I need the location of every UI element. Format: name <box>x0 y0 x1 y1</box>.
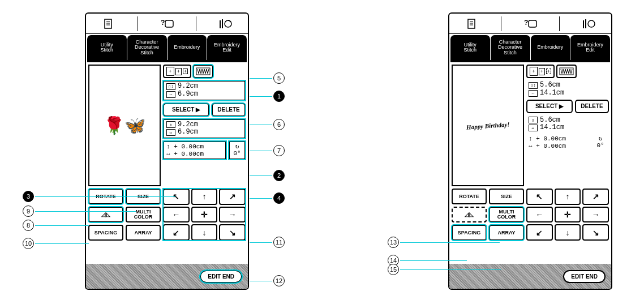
threadchange-icon[interactable] <box>208 18 242 29</box>
callout-15: 15 <box>388 264 501 275</box>
callout-8: 8 <box>23 220 89 231</box>
rotation-display: ↻ 0° <box>229 141 246 160</box>
frame-select-button[interactable]: +++ <box>163 65 191 78</box>
dpad-se[interactable]: ↘ <box>219 224 246 241</box>
dpad-se[interactable]: ↘ <box>582 224 609 241</box>
threadchange-icon[interactable] <box>572 18 606 29</box>
density-button[interactable] <box>556 65 577 78</box>
pattern-height: 9.2cm <box>178 121 198 129</box>
dpad-n[interactable]: ↑ <box>555 189 581 205</box>
offset-display: ↕ + 0.00cm ↔ + 0.00cm <box>163 141 226 160</box>
offset-h: + 0.00cm <box>174 151 204 157</box>
svg-rect-5 <box>165 20 173 27</box>
pattern-width: 6.9cm <box>178 129 198 136</box>
pattern-height-icon: ⇕ <box>529 117 538 123</box>
pattern-width-icon: ⇔ <box>529 125 538 131</box>
callout-10: 10 <box>23 238 89 249</box>
svg-text:?: ? <box>524 19 528 27</box>
editend-button[interactable]: EDIT END <box>200 270 242 283</box>
offset-display: ↕ + 0.00cm ↔ + 0.00cm <box>526 134 590 151</box>
offset-v: + 0.00cm <box>536 135 566 142</box>
dpad-ne[interactable]: ↗ <box>219 189 246 205</box>
pattern-height-icon: ⇕ <box>166 121 175 128</box>
tab-decorative[interactable]: CharacterDecorativeStitch <box>491 35 530 60</box>
svg-rect-15 <box>529 20 536 27</box>
page-icon[interactable] <box>455 18 489 29</box>
multicolor-button[interactable]: MULTICOLOR <box>489 207 524 222</box>
mode-tabs: UtilityStitch CharacterDecorativeStitch … <box>86 35 248 60</box>
dpad-ne[interactable]: ↗ <box>582 189 609 205</box>
svg-point-18 <box>588 20 595 27</box>
mirror-button[interactable]: ◿|◺ <box>452 207 487 222</box>
array-button[interactable]: ARRAY <box>126 225 161 241</box>
callout-13: 13 <box>388 237 500 248</box>
footer: EDIT END <box>86 264 248 289</box>
callout-7: 7 <box>250 145 285 156</box>
screen-left: ? UtilityStitch CharacterDecorativeStitc… <box>85 12 249 290</box>
move-dpad: ↖ ↑ ↗ ← ✛ → ↙ ↓ ↘ <box>526 189 609 241</box>
text-preview: Happy Birthday! <box>466 121 509 130</box>
delete-button[interactable]: DELETE <box>575 100 609 113</box>
dpad-w[interactable]: ← <box>163 207 190 223</box>
tab-decorative[interactable]: CharacterDecorativeStitch <box>127 35 167 60</box>
width-icon: ↔ <box>166 91 175 98</box>
rotation-display: ↻ 0° <box>592 134 609 151</box>
callout-4: 4 <box>250 192 285 204</box>
svg-rect-0 <box>105 19 111 28</box>
editend-button[interactable]: EDIT END <box>563 270 606 283</box>
pattern-dimensions: ⇕9.2cm ⇔6.9cm <box>163 119 246 139</box>
callout-2: 2 <box>250 170 285 181</box>
rotate-button[interactable]: ROTATE <box>452 189 487 204</box>
callout-9: 9 <box>23 205 136 217</box>
callout-11: 11 <box>250 237 285 248</box>
page-icon[interactable] <box>92 18 126 29</box>
tab-utility[interactable]: UtilityStitch <box>87 35 127 60</box>
size-button[interactable]: SIZE <box>489 189 524 204</box>
dpad-s[interactable]: ↓ <box>555 224 581 241</box>
pattern-dimensions: ⇕5.6cm ⇔14.1cm <box>526 115 609 132</box>
callout-3: 3 <box>23 191 175 202</box>
dpad-e[interactable]: → <box>582 207 609 223</box>
design-preview: 🌹🦋 <box>88 65 161 186</box>
edit-buttons: ROTATE SIZE ◿|◺ MULTICOLOR SPACING ARRAY <box>452 189 524 241</box>
dpad-s[interactable]: ↓ <box>191 224 218 241</box>
help-icon[interactable]: ? <box>150 18 184 29</box>
dpad-sw[interactable]: ↙ <box>163 224 190 241</box>
tab-utility[interactable]: UtilityStitch <box>450 35 490 60</box>
pattern-height: 5.6cm <box>540 117 560 125</box>
density-button[interactable] <box>193 65 213 78</box>
tab-embroidery-edit[interactable]: EmbroideryEdit <box>207 35 247 60</box>
callout-6: 6 <box>250 119 285 130</box>
tab-embroidery[interactable]: Embroidery <box>168 35 207 60</box>
dpad-center[interactable]: ✛ <box>191 207 218 223</box>
mode-tabs: UtilityStitch CharacterDecorativeStitch … <box>449 35 611 60</box>
select-button[interactable]: SELECT ▶ <box>163 103 209 117</box>
rose-motif-icon: 🌹🦋 <box>104 117 145 134</box>
svg-rect-9 <box>196 68 210 75</box>
offset-h: + 0.00cm <box>536 143 566 149</box>
tab-embroidery[interactable]: Embroidery <box>531 35 570 60</box>
screen-right: ? UtilityStitch CharacterDecorativeStitc… <box>448 12 612 290</box>
pattern-width: 14.1cm <box>540 124 564 132</box>
dpad-w[interactable]: ← <box>526 207 553 223</box>
pattern-width-icon: ⇔ <box>166 129 175 136</box>
callout-5: 5 <box>250 72 285 84</box>
height-icon: ▯↕ <box>166 83 175 90</box>
frame-height: 5.6cm <box>540 82 560 89</box>
dpad-nw[interactable]: ↖ <box>526 189 553 205</box>
dpad-e[interactable]: → <box>219 207 246 223</box>
height-icon: ▯↕ <box>529 82 538 89</box>
dpad-n[interactable]: ↑ <box>191 189 218 205</box>
rotation-value: 0° <box>231 150 243 157</box>
dpad-sw[interactable]: ↙ <box>526 224 553 241</box>
select-button[interactable]: SELECT ▶ <box>526 100 573 113</box>
help-icon[interactable]: ? <box>513 18 547 29</box>
spacing-button[interactable]: SPACING <box>88 225 123 241</box>
frame-height: 9.2cm <box>178 83 198 91</box>
delete-button[interactable]: DELETE <box>212 103 246 117</box>
svg-rect-19 <box>560 68 573 75</box>
dpad-center[interactable]: ✛ <box>555 207 581 223</box>
tab-embroidery-edit[interactable]: EmbroideryEdit <box>570 35 610 60</box>
frame-select-button[interactable]: +++ <box>526 65 555 78</box>
frame-width: 14.1cm <box>540 89 564 97</box>
